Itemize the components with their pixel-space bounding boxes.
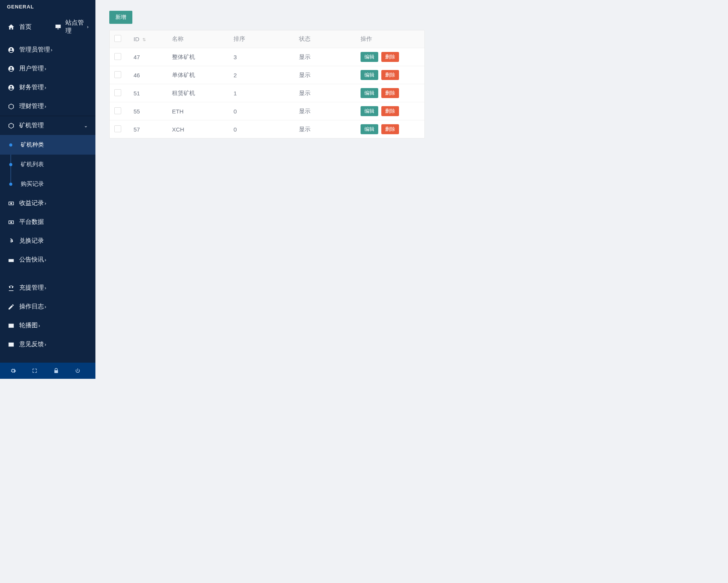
nav-label: 管理员管理 [19,46,50,54]
sidebar-subitem[interactable]: 购买记录 [0,174,95,194]
nav-label: 收益记录 [19,199,44,207]
nav-label: 意见反馈 [19,340,44,348]
nav-item[interactable]: 轮播图› [0,316,95,335]
th-id[interactable]: ID ⇅ [129,30,167,48]
chevron-right-icon: › [45,342,46,347]
money-icon [7,200,15,207]
row-checkbox[interactable] [114,107,121,114]
nav-item[interactable]: 平台数据 [0,213,95,232]
nav-label: 用户管理 [19,65,44,73]
cube-icon [7,103,15,110]
user-circle-icon [7,84,15,91]
chevron-down-icon: ⌄ [84,123,88,128]
power-icon[interactable] [74,368,82,374]
expand-icon[interactable] [31,368,38,374]
cell-status: 显示 [294,66,356,84]
edit-button[interactable]: 编辑 [361,88,378,98]
table-row: 47整体矿机3显示编辑删除 [110,48,424,66]
cell-id: 51 [129,84,167,102]
lock-icon[interactable] [52,368,60,374]
chevron-right-icon: › [51,47,52,53]
row-checkbox[interactable] [114,71,121,78]
sidebar-subitem[interactable]: 矿机种类 [0,135,95,155]
select-all-checkbox[interactable] [114,35,121,42]
nav-item[interactable]: 用户管理› [0,59,95,78]
balance-icon [7,285,15,292]
cell-sort: 0 [229,102,294,120]
chevron-right-icon: › [38,323,40,328]
sidebar-nav: 首页 站点管理 › 管理员管理›用户管理›财务管理›理财管理› 矿机管理 ⌄ 矿… [0,13,95,363]
nav-item[interactable]: 管理员管理› [0,40,95,59]
data-table: ID ⇅ 名称 排序 状态 操作 47整体矿机3显示编辑删除46单体矿机2显示编… [109,30,425,138]
cell-name: 单体矿机 [167,66,229,84]
edit-button[interactable]: 编辑 [361,106,378,116]
bitcoin-icon [7,238,15,245]
table-row: 51租赁矿机1显示编辑删除 [110,84,424,102]
cube-icon [7,122,15,129]
chevron-right-icon: › [45,104,46,109]
cell-ops: 编辑删除 [356,66,424,84]
main-content: 新增 ID ⇅ 名称 排序 状态 操作 47整体矿机3显示编辑删除46单体矿机2… [95,0,469,379]
chevron-right-icon: › [45,201,46,206]
table-row: 46单体矿机2显示编辑删除 [110,66,424,84]
delete-button[interactable]: 删除 [381,106,399,116]
nav-item[interactable]: 收益记录› [0,194,95,213]
nav-item[interactable]: 操作日志› [0,297,95,316]
edit-button[interactable]: 编辑 [361,70,378,80]
cell-id: 55 [129,102,167,120]
home-icon [7,23,15,30]
cell-name: 租赁矿机 [167,84,229,102]
sidebar-footer [0,363,95,379]
edit-button[interactable]: 编辑 [361,52,378,62]
sidebar-section-label: GENERAL [0,0,95,13]
chevron-right-icon: › [45,285,46,291]
nav-label: 公告快讯 [19,256,44,264]
cell-sort: 0 [229,120,294,138]
nav-item[interactable]: 财务管理› [0,78,95,97]
nav-item[interactable]: 意见反馈› [0,335,95,354]
th-ops: 操作 [356,30,424,48]
table-header-row: ID ⇅ 名称 排序 状态 操作 [110,30,424,48]
delete-button[interactable]: 删除 [381,70,399,80]
nav-home[interactable]: 首页 [0,13,48,40]
table-row: 57XCH0显示编辑删除 [110,120,424,138]
nav-site-manage[interactable]: 站点管理 › [48,13,95,40]
row-checkbox[interactable] [114,53,121,60]
gear-icon[interactable] [9,368,17,374]
cell-id: 46 [129,66,167,84]
sidebar: GENERAL 首页 站点管理 › 管理员管理›用户管理›财务管理›理财管理› … [0,0,95,379]
chevron-right-icon: › [45,257,46,263]
row-checkbox[interactable] [114,89,121,96]
delete-button[interactable]: 删除 [381,88,399,98]
nav-item[interactable]: 兑换记录 [0,232,95,250]
edit-button[interactable]: 编辑 [361,124,378,134]
cell-status: 显示 [294,120,356,138]
cell-sort: 3 [229,48,294,66]
nav-label: 操作日志 [19,303,44,311]
sidebar-subitem[interactable]: 矿机列表 [0,155,95,174]
nav-item[interactable]: 理财管理› [0,97,95,116]
delete-button[interactable]: 删除 [381,52,399,62]
nav-label: 轮播图 [19,321,38,330]
image-icon [7,341,15,348]
mining-submenu: 矿机种类矿机列表购买记录 [0,135,95,194]
nav-label: 兑换记录 [19,237,44,245]
cell-status: 显示 [294,84,356,102]
nav-item[interactable]: 充提管理› [0,278,95,297]
chevron-right-icon: › [87,24,88,30]
cell-id: 57 [129,120,167,138]
add-button[interactable]: 新增 [109,11,132,24]
table-row: 55ETH0显示编辑删除 [110,102,424,120]
delete-button[interactable]: 删除 [381,124,399,134]
nav-label: 财务管理 [19,83,44,92]
cell-ops: 编辑删除 [356,120,424,138]
cell-sort: 2 [229,66,294,84]
nav-item[interactable]: 公告快讯› [0,250,95,269]
chevron-right-icon: › [45,85,46,90]
row-checkbox[interactable] [114,125,121,132]
nav-label: 站点管理 [65,19,86,35]
user-circle-icon [7,65,15,72]
cell-name: XCH [167,120,229,138]
nav-mining-manage[interactable]: 矿机管理 ⌄ [0,116,95,135]
nav-label: 充提管理 [19,284,44,292]
